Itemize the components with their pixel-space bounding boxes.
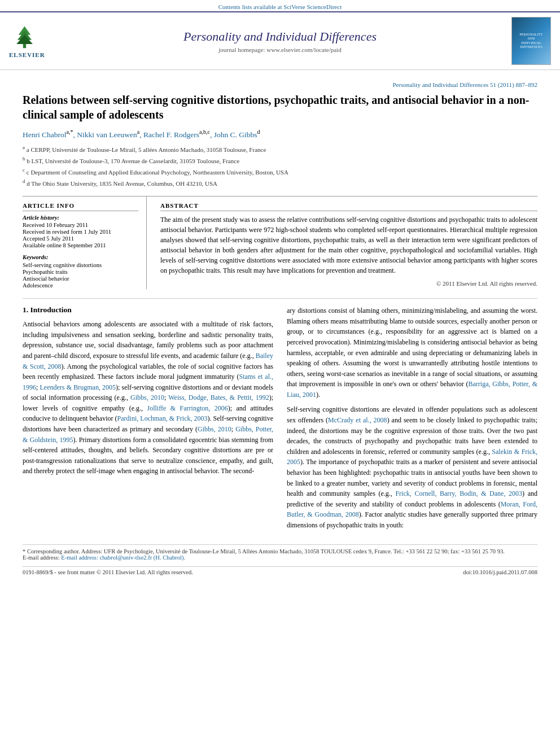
affil-3: c c Department of Counseling and Applied… xyxy=(23,167,537,177)
intro-para-1: Antisocial behaviors among adolescents a… xyxy=(23,319,273,477)
ref-gibbs-potter: Gibbs, Potter, & Goldstein, 1995 xyxy=(23,425,273,444)
cover-text: PERSONALITYANDINDIVIDUALDIFFERENCES xyxy=(519,33,542,49)
email-link[interactable]: E-mail address: chabrol@univ-tlse2.fr (H… xyxy=(61,554,185,561)
journal-cover-right: PERSONALITYANDINDIVIDUALDIFFERENCES xyxy=(506,17,551,65)
ref-leenders: Leenders & Brugman, 2005 xyxy=(40,383,116,391)
main-content: Personality and Individual Differences 5… xyxy=(0,70,560,587)
ref-weiss: Weiss, Dodge, Bates, & Pettit, 1992 xyxy=(168,394,269,401)
email-note: E-mail address: E-mail address: chabrol@… xyxy=(23,554,537,561)
ref-pardini: Pardini, Lochman, & Frick, 2003 xyxy=(117,414,208,422)
author-rodgers: Rachel F. Rodgers xyxy=(143,130,199,139)
abstract-text: The aim of the present study was to asse… xyxy=(160,215,537,276)
journal-center-header: Personality and Individual Differences j… xyxy=(60,29,500,53)
ref-barriga: Barriga, Gibbs, Potter, & Liau, 2001 xyxy=(287,380,537,399)
article-title: Relations between self-serving cognitive… xyxy=(23,93,537,122)
author-gibbs: John C. Gibbs xyxy=(214,130,257,139)
sciverse-link[interactable]: SciVerse ScienceDirect xyxy=(283,3,342,10)
ref-gibbs-2010b: Gibbs, 2010 xyxy=(198,425,231,433)
keyword-2: Psychopathic traits xyxy=(23,269,138,275)
intro-para-2: ary distortions consist of blaming other… xyxy=(287,305,537,400)
elsevier-brand-name: ELSEVIER xyxy=(9,51,54,58)
page-footer: 0191-8869/$ - see front matter © 2011 El… xyxy=(23,566,537,575)
body-two-col: 1. Introduction Antisocial behaviors amo… xyxy=(23,305,537,535)
journal-cover-image: PERSONALITYANDINDIVIDUALDIFFERENCES xyxy=(511,17,551,65)
keywords-block: Keywords: Self-serving cognitive distort… xyxy=(23,254,138,289)
authors-line: Henri Chabrola,*, Nikki van Leeuwena, Ra… xyxy=(23,129,537,139)
body-col-left: 1. Introduction Antisocial behaviors amo… xyxy=(23,305,273,535)
journal-header: ELSEVIER Personality and Individual Diff… xyxy=(0,11,560,70)
available-online-date: Available online 8 September 2011 xyxy=(23,242,138,248)
journal-name: Personality and Individual Differences xyxy=(60,29,500,44)
ref-salekin: Salekin & Frick, 2005 xyxy=(287,448,537,466)
body-section: 1. Introduction Antisocial behaviors amo… xyxy=(23,298,537,535)
affil-4: d d The Ohio State University, 1835 Neil… xyxy=(23,178,537,188)
author-leeuwen: Nikki van Leeuwen xyxy=(77,130,137,139)
keyword-3: Antisocial behavior xyxy=(23,276,138,282)
affiliations-block: a a CERPP, Université de Toulouse-Le Mir… xyxy=(23,144,537,189)
body-col-right: ary distortions consist of blaming other… xyxy=(287,305,537,535)
intro-para-3: Self-serving cognitive distortions are e… xyxy=(287,404,537,530)
journal-homepage: journal homepage: www.elsevier.com/locat… xyxy=(60,46,500,53)
elsevier-tree-icon xyxy=(9,24,40,49)
doi-footer: doi:10.1016/j.paid.2011.07.008 xyxy=(463,569,537,575)
info-abstract-section: ARTICLE INFO Article history: Received 1… xyxy=(23,196,537,289)
ref-bailey-scott: Bailey & Scott, 2008 xyxy=(23,352,273,370)
elsevier-logo-left: ELSEVIER xyxy=(9,24,54,58)
ref-gibbs-2010: Gibbs, 2010 xyxy=(130,394,164,401)
sciverse-text: Contents lists available at xyxy=(218,3,283,10)
keywords-title: Keywords: xyxy=(23,254,138,260)
abstract-column: ABSTRACT The aim of the present study wa… xyxy=(160,196,537,289)
author-chabrol: Henri Chabrol xyxy=(23,130,67,139)
ref-frick: Frick, Cornell, Barry, Bodin, & Dane, 20… xyxy=(395,490,522,497)
psychopathic-text: psychopathic xyxy=(327,521,362,529)
received-date: Received 10 February 2011 xyxy=(23,222,138,228)
issn-footer: 0191-8869/$ - see front matter © 2011 El… xyxy=(23,569,193,575)
footnotes-section: * Corresponding author. Address: UFR de … xyxy=(23,544,537,561)
top-bar: Contents lists available at SciVerse Sci… xyxy=(0,0,560,11)
email-label: E-mail address: xyxy=(23,554,61,561)
intro-heading: 1. Introduction xyxy=(23,305,273,314)
received-revised-date: Received in revised form 1 July 2011 xyxy=(23,229,138,235)
keyword-4: Adolescence xyxy=(23,282,138,289)
article-info-column: ARTICLE INFO Article history: Received 1… xyxy=(23,196,147,289)
accepted-date: Accepted 5 July 2011 xyxy=(23,235,138,242)
issue-info: Personality and Individual Differences 5… xyxy=(23,81,537,88)
corresponding-author-note: * Corresponding author. Address: UFR de … xyxy=(23,548,537,554)
article-history-block: Article history: Received 10 February 20… xyxy=(23,215,138,248)
abstract-label: ABSTRACT xyxy=(160,202,537,211)
affil-1: a a CERPP, Université de Toulouse-Le Mir… xyxy=(23,144,537,154)
affil-2: b b LST, Université de Toulouse-3, 170 A… xyxy=(23,155,537,165)
copyright-line: © 2011 Elsevier Ltd. All rights reserved… xyxy=(160,280,537,287)
ref-jolliffe: Jolliffe & Farrington, 2006 xyxy=(147,404,228,412)
history-title: Article history: xyxy=(23,215,138,221)
ref-moran: Moran, Ford, Butler, & Goodman, 2008 xyxy=(287,500,537,519)
ref-mccrady: McCrady et al., 2008 xyxy=(328,416,387,424)
article-info-label: ARTICLE INFO xyxy=(23,202,138,211)
keyword-1: Self-serving cognitive distortions xyxy=(23,262,138,268)
